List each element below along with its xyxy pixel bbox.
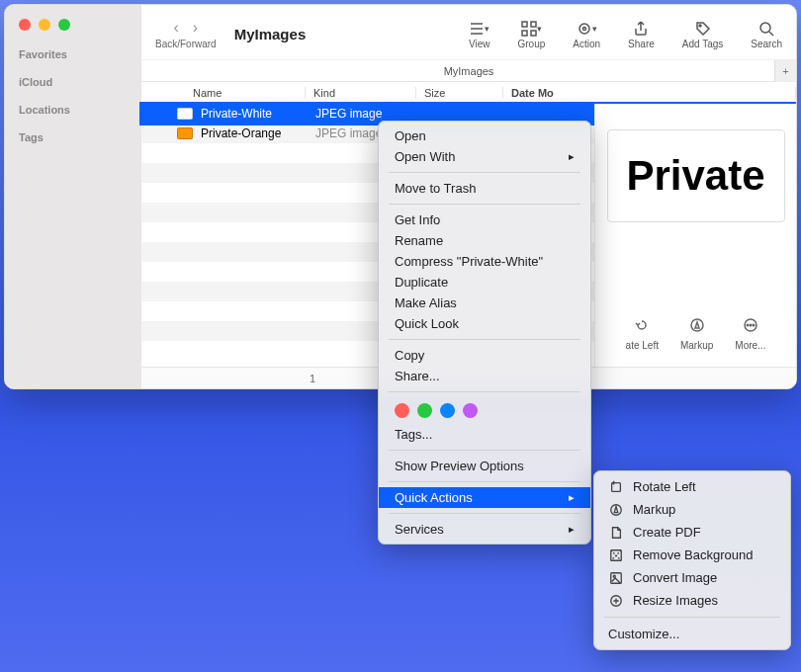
tag-icon — [695, 21, 711, 37]
back-button[interactable]: ‹ — [174, 19, 179, 37]
submenu-markup[interactable]: Markup — [594, 498, 790, 521]
context-menu: Open Open With▸ Move to Trash Get Info R… — [378, 121, 591, 545]
svg-rect-1 — [531, 22, 536, 27]
action-button[interactable]: ▾ Action — [573, 19, 600, 49]
preview-pane: Private ate Left Markup More... — [594, 104, 796, 367]
markup-icon — [689, 317, 705, 333]
rotate-left-icon — [634, 317, 650, 333]
submenu-create-pdf[interactable]: Create PDF — [594, 521, 790, 544]
back-forward-label: Back/Forward — [155, 39, 217, 49]
sidebar-section-icloud[interactable]: iCloud — [19, 76, 128, 88]
menu-separator — [389, 339, 580, 340]
file-name: Private-White — [201, 107, 315, 121]
tag-red[interactable] — [395, 403, 409, 418]
grid-icon — [521, 21, 537, 37]
add-path-button[interactable]: + — [774, 60, 796, 82]
menu-share[interactable]: Share... — [379, 366, 590, 386]
markup-icon — [608, 502, 623, 517]
svg-rect-3 — [531, 31, 536, 36]
menu-separator — [389, 391, 580, 392]
zoom-window-button[interactable] — [58, 19, 70, 31]
share-label: Share — [628, 39, 655, 49]
svg-point-7 — [760, 23, 770, 33]
add-tags-button[interactable]: Add Tags — [682, 19, 724, 49]
submenu-customize[interactable]: Customize... — [594, 623, 790, 645]
menu-quick-actions[interactable]: Quick Actions▸ — [379, 487, 590, 508]
window-controls — [19, 15, 128, 31]
convert-image-icon — [608, 570, 623, 585]
close-window-button[interactable] — [19, 19, 31, 31]
menu-show-preview-options[interactable]: Show Preview Options — [379, 456, 590, 476]
quick-actions-submenu: Rotate Left Markup Create PDF Remove Bac… — [593, 470, 791, 650]
search-label: Search — [751, 39, 782, 49]
submenu-resize-images[interactable]: Resize Images — [594, 589, 790, 612]
column-date[interactable]: Date Mo — [503, 87, 796, 99]
list-view-icon — [469, 21, 485, 37]
search-icon — [758, 21, 774, 37]
column-kind[interactable]: Kind — [306, 87, 416, 99]
file-thumbnail-icon — [177, 127, 193, 139]
sidebar-section-favorites[interactable]: Favorites — [19, 48, 128, 60]
menu-rename[interactable]: Rename — [379, 230, 590, 251]
column-name[interactable]: Name — [185, 87, 306, 99]
markup-action[interactable]: Markup — [680, 314, 713, 351]
svg-point-4 — [579, 24, 589, 34]
share-icon — [633, 21, 649, 37]
menu-open-with[interactable]: Open With▸ — [379, 146, 590, 167]
markup-label: Markup — [680, 340, 713, 351]
svg-point-17 — [613, 575, 615, 577]
tag-purple[interactable] — [463, 403, 478, 418]
sidebar-section-tags[interactable]: Tags — [19, 131, 128, 143]
view-button[interactable]: ▾ View — [469, 19, 490, 49]
menu-tags[interactable]: Tags... — [379, 424, 590, 445]
svg-point-6 — [699, 25, 701, 27]
preview-actions: ate Left Markup More... — [595, 314, 796, 351]
menu-separator — [389, 204, 580, 205]
menu-separator — [389, 172, 580, 173]
menu-copy[interactable]: Copy — [379, 345, 590, 366]
search-button[interactable]: Search — [751, 19, 782, 49]
menu-separator — [604, 617, 780, 618]
sidebar: Favorites iCloud Locations Tags — [5, 5, 141, 388]
group-button[interactable]: ▾ Group — [518, 19, 546, 49]
preview-image: Private — [607, 129, 785, 222]
column-header: Name Kind Size Date Mo — [141, 82, 796, 104]
path-folder[interactable]: MyImages — [444, 65, 494, 77]
path-bar: MyImages + — [141, 60, 796, 82]
more-icon — [743, 317, 758, 333]
forward-button[interactable]: › — [193, 19, 198, 37]
rotate-left-action[interactable]: ate Left — [626, 314, 659, 351]
status-text: 1 — [310, 373, 315, 384]
chevron-right-icon: ▸ — [569, 150, 575, 163]
menu-duplicate[interactable]: Duplicate — [379, 272, 590, 293]
menu-open[interactable]: Open — [379, 126, 590, 146]
gear-icon — [577, 21, 592, 37]
chevron-right-icon: ▸ — [569, 523, 575, 536]
file-kind: JPEG image — [315, 107, 426, 121]
minimize-window-button[interactable] — [39, 19, 50, 31]
file-name: Private-Orange — [201, 126, 315, 140]
submenu-rotate-left[interactable]: Rotate Left — [594, 475, 790, 498]
menu-quick-look[interactable]: Quick Look — [379, 313, 590, 334]
menu-services[interactable]: Services▸ — [379, 519, 590, 540]
menu-move-to-trash[interactable]: Move to Trash — [379, 178, 590, 199]
sidebar-section-locations[interactable]: Locations — [19, 104, 128, 116]
menu-compress[interactable]: Compress "Private-White" — [379, 251, 590, 272]
tag-green[interactable] — [417, 403, 432, 418]
rotate-left-label: ate Left — [626, 340, 659, 351]
more-action[interactable]: More... — [735, 314, 765, 351]
svg-rect-0 — [522, 22, 527, 27]
menu-make-alias[interactable]: Make Alias — [379, 293, 590, 313]
add-tags-label: Add Tags — [682, 39, 724, 49]
column-size[interactable]: Size — [416, 87, 503, 99]
view-label: View — [469, 39, 490, 49]
window-title: MyImages — [234, 26, 307, 42]
toolbar: ‹ › Back/Forward MyImages ▾ View ▾ Group… — [141, 5, 796, 60]
submenu-remove-background[interactable]: Remove Background — [594, 544, 790, 566]
share-button[interactable]: Share — [628, 19, 655, 49]
menu-get-info[interactable]: Get Info — [379, 210, 590, 230]
rotate-left-icon — [608, 479, 623, 494]
tag-blue[interactable] — [440, 403, 455, 418]
submenu-convert-image[interactable]: Convert Image — [594, 566, 790, 589]
back-forward-group: ‹ › Back/Forward — [155, 19, 217, 49]
